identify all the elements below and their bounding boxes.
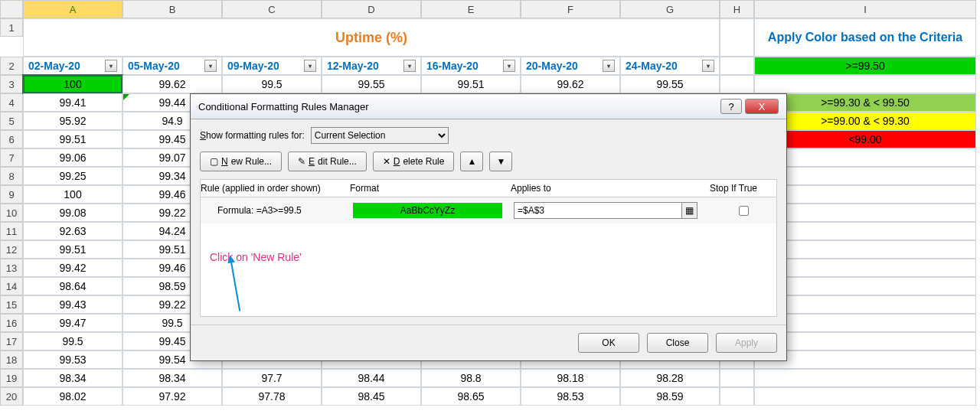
column-header-A[interactable]: A xyxy=(23,0,122,18)
data-cell[interactable]: 99.5 xyxy=(222,75,322,93)
data-cell[interactable]: 95.92 xyxy=(23,112,122,130)
column-header-I[interactable]: I xyxy=(754,0,976,18)
row-header[interactable]: 17 xyxy=(0,332,23,350)
data-cell[interactable]: 99.25 xyxy=(23,167,122,185)
move-down-button[interactable]: ▼ xyxy=(489,152,512,171)
conditional-formatting-dialog: Conditional Formatting Rules Manager ? X… xyxy=(190,93,787,361)
ok-button[interactable]: OK xyxy=(578,333,639,353)
date-header-6[interactable]: 24-May-20▾ xyxy=(620,57,720,75)
new-rule-button[interactable]: ▢ New Rule... xyxy=(200,152,282,171)
data-cell[interactable]: 99.62 xyxy=(122,75,222,93)
row-header[interactable]: 20 xyxy=(0,387,23,406)
edit-rule-button[interactable]: ✎ Edit Rule... xyxy=(288,152,367,171)
filter-icon[interactable]: ▾ xyxy=(403,60,416,72)
data-cell[interactable]: 99.51 xyxy=(23,130,122,148)
data-cell[interactable]: 98.45 xyxy=(322,387,421,406)
row-header[interactable]: 14 xyxy=(0,277,23,295)
row-header[interactable]: 16 xyxy=(0,314,23,332)
dialog-titlebar: Conditional Formatting Rules Manager ? X xyxy=(191,94,786,119)
data-cell[interactable]: 100 xyxy=(23,75,122,93)
data-cell[interactable]: 92.63 xyxy=(23,222,122,240)
row-header[interactable]: 19 xyxy=(0,369,23,387)
filter-icon[interactable]: ▾ xyxy=(503,60,515,72)
rule-applies-to[interactable]: ▦ xyxy=(514,202,697,219)
date-header-2[interactable]: 09-May-20▾ xyxy=(222,57,322,75)
data-cell[interactable]: 99.53 xyxy=(23,350,122,369)
data-cell[interactable]: 98.34 xyxy=(122,369,222,387)
filter-icon[interactable]: ▾ xyxy=(304,60,316,72)
data-cell[interactable]: 98.64 xyxy=(23,277,122,295)
delete-rule-button[interactable]: ✕ Delete Rule xyxy=(373,152,455,171)
column-header-C[interactable]: C xyxy=(222,0,322,18)
data-cell[interactable]: 99.43 xyxy=(23,295,122,314)
show-rules-select[interactable]: Current Selection xyxy=(311,127,449,144)
applies-to-input[interactable] xyxy=(514,205,681,216)
criteria-row: <99.00 xyxy=(754,130,976,148)
filter-icon[interactable]: ▾ xyxy=(204,60,217,72)
column-header-D[interactable]: D xyxy=(322,0,421,18)
data-cell[interactable]: 97.78 xyxy=(222,387,322,406)
data-cell[interactable]: 99.08 xyxy=(23,204,122,222)
data-cell[interactable]: 97.92 xyxy=(122,387,222,406)
data-cell[interactable]: 98.02 xyxy=(23,387,122,406)
row-header[interactable]: 10 xyxy=(0,204,23,222)
column-header-H[interactable]: H xyxy=(720,0,754,18)
filter-icon[interactable]: ▾ xyxy=(603,60,615,72)
row-header[interactable]: 15 xyxy=(0,295,23,314)
data-cell[interactable]: 98.59 xyxy=(620,387,720,406)
apply-button[interactable]: Apply xyxy=(716,333,777,353)
row-header[interactable]: 13 xyxy=(0,259,23,277)
range-picker-icon[interactable]: ▦ xyxy=(681,203,697,218)
data-cell[interactable]: 98.53 xyxy=(521,387,620,406)
row-header[interactable]: 11 xyxy=(0,222,23,240)
row-header[interactable]: 5 xyxy=(0,112,23,130)
date-header-3[interactable]: 12-May-20▾ xyxy=(322,57,421,75)
date-header-4[interactable]: 16-May-20▾ xyxy=(421,57,521,75)
rules-col-format: Format xyxy=(350,183,511,194)
close-window-button[interactable]: X xyxy=(745,99,779,114)
data-cell[interactable]: 98.34 xyxy=(23,369,122,387)
move-up-button[interactable]: ▲ xyxy=(460,152,483,171)
filter-icon[interactable]: ▾ xyxy=(702,60,714,72)
data-cell[interactable]: 98.65 xyxy=(421,387,521,406)
data-cell[interactable]: 99.51 xyxy=(421,75,521,93)
stop-if-true-checkbox[interactable] xyxy=(739,206,749,216)
row-header[interactable]: 7 xyxy=(0,148,23,167)
data-cell[interactable]: 99.47 xyxy=(23,314,122,332)
column-header-F[interactable]: F xyxy=(521,0,620,18)
criteria-row: >=99.00 & < 99.30 xyxy=(754,112,976,130)
close-button[interactable]: Close xyxy=(647,333,708,353)
data-cell[interactable]: 99.51 xyxy=(23,240,122,259)
row-header[interactable]: 8 xyxy=(0,167,23,185)
row-header[interactable]: 9 xyxy=(0,185,23,204)
data-cell[interactable]: 99.55 xyxy=(322,75,421,93)
data-cell[interactable]: 97.7 xyxy=(222,369,322,387)
column-header-B[interactable]: B xyxy=(122,0,222,18)
data-cell[interactable]: 99.55 xyxy=(620,75,720,93)
row-header[interactable]: 12 xyxy=(0,240,23,259)
filter-icon[interactable]: ▾ xyxy=(105,60,117,72)
help-button[interactable]: ? xyxy=(720,99,742,114)
column-header-E[interactable]: E xyxy=(421,0,521,18)
date-header-0[interactable]: 02-May-20▾ xyxy=(23,57,122,75)
date-header-5[interactable]: 20-May-20▾ xyxy=(521,57,620,75)
data-cell[interactable]: 98.8 xyxy=(421,369,521,387)
row-header[interactable]: 3 xyxy=(0,75,23,93)
data-cell[interactable]: 98.28 xyxy=(620,369,720,387)
data-cell[interactable]: 99.06 xyxy=(23,148,122,167)
data-cell[interactable]: 98.18 xyxy=(521,369,620,387)
rules-col-rule: Rule (applied in order shown) xyxy=(201,183,350,194)
column-header-G[interactable]: G xyxy=(620,0,720,18)
data-cell[interactable]: 99.41 xyxy=(23,93,122,112)
data-cell[interactable]: 99.62 xyxy=(521,75,620,93)
data-cell[interactable]: 100 xyxy=(23,185,122,204)
data-cell[interactable]: 98.44 xyxy=(322,369,421,387)
rule-formula: Formula: =A3>=99.5 xyxy=(204,205,353,216)
row-header[interactable]: 6 xyxy=(0,130,23,148)
rule-row[interactable]: Formula: =A3>=99.5 AaBbCcYyZz ▦ xyxy=(201,197,776,223)
row-header[interactable]: 18 xyxy=(0,350,23,369)
date-header-1[interactable]: 05-May-20▾ xyxy=(122,57,222,75)
data-cell[interactable]: 99.5 xyxy=(23,332,122,350)
data-cell[interactable]: 99.42 xyxy=(23,259,122,277)
row-header[interactable]: 4 xyxy=(0,93,23,112)
